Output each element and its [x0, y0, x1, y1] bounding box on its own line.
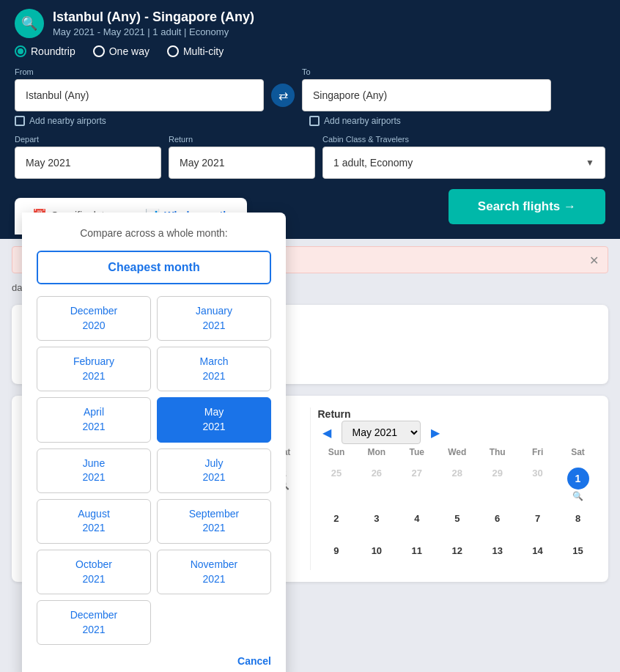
month-option-nov2021[interactable]: November2021: [157, 550, 271, 594]
return-cal-day-14[interactable]: 14: [519, 541, 556, 570]
return-cal-day-27[interactable]: 27: [398, 463, 435, 506]
return-cal-day-2[interactable]: 2: [318, 509, 355, 538]
depart-input[interactable]: [15, 147, 161, 179]
from-label: From: [15, 67, 264, 76]
month-grid: December2020 January2021 February2021 Ma…: [37, 296, 271, 645]
return-cal-day-10[interactable]: 10: [358, 541, 395, 570]
month-option-oct2021[interactable]: October2021: [37, 550, 151, 594]
return-cal-day-25[interactable]: 25: [318, 463, 355, 506]
return-cal-day-3[interactable]: 3: [358, 509, 395, 538]
month-option-jul2021[interactable]: July2021: [157, 448, 271, 493]
oneway-option[interactable]: One way: [93, 45, 150, 57]
trip-type-row: Roundtrip One way Multi-city: [15, 45, 605, 57]
month-option-feb2021[interactable]: February2021: [37, 347, 151, 391]
return-cal-header-wed: Wed: [438, 444, 476, 460]
return-cal-header-tue: Tue: [398, 444, 435, 460]
search-title: Istanbul (Any) - Singapore (Any): [53, 10, 254, 25]
return-cal-nav-row: Return ◀ May 2021 June 2021 ▶: [318, 407, 597, 444]
nearby-from-label: Add nearby airports: [29, 116, 106, 126]
return-cal-day-8[interactable]: 8: [559, 509, 597, 538]
return-group: Return: [169, 135, 315, 179]
cabin-group: Cabin Class & Travelers 1 adult, Economy…: [322, 135, 605, 179]
swap-button[interactable]: ⇄: [271, 84, 295, 107]
popup-cancel-row: Cancel: [37, 655, 271, 667]
from-group: From: [15, 67, 264, 111]
nearby-row: Add nearby airports Add nearby airports: [15, 116, 605, 126]
month-picker-popup: Compare across a whole month: Cheapest m…: [22, 213, 286, 672]
month-option-jun2021[interactable]: June2021: [37, 448, 151, 493]
popup-header: Compare across a whole month:: [37, 227, 271, 239]
return-calendar-grid: Sun Mon Tue Wed Thu Fri Sat 25 26 27 28 …: [318, 444, 597, 570]
roundtrip-radio-inner: [18, 48, 23, 54]
multicity-radio: [167, 45, 179, 57]
return-cal-day-29[interactable]: 29: [479, 463, 516, 506]
return-cal-day-4[interactable]: 4: [398, 509, 435, 538]
return-cal-day-13[interactable]: 13: [479, 541, 516, 570]
multicity-label: Multi-city: [183, 45, 224, 57]
return-input[interactable]: [169, 147, 315, 179]
month-option-sep2021[interactable]: September2021: [157, 499, 271, 544]
return-calendar: Return ◀ May 2021 June 2021 ▶ Sun Mon Tu…: [318, 407, 597, 570]
roundtrip-radio: [15, 45, 26, 57]
return-cal-prev-button[interactable]: ◀: [318, 424, 336, 441]
nearby-from-checkbox[interactable]: [15, 116, 25, 126]
return-cal-day-26[interactable]: 26: [358, 463, 395, 506]
from-to-row: From ⇄ To: [15, 67, 605, 111]
cal-divider: [310, 407, 311, 570]
depart-label: Depart: [15, 135, 161, 144]
oneway-label: One way: [109, 45, 150, 57]
return-cal-label: Return: [318, 408, 351, 420]
month-option-aug2021[interactable]: August2021: [37, 499, 151, 544]
nearby-to-check[interactable]: Add nearby airports: [309, 116, 558, 126]
return-cal-day-12[interactable]: 12: [438, 541, 476, 570]
month-option-may2021[interactable]: May2021: [157, 397, 271, 442]
roundtrip-option[interactable]: Roundtrip: [15, 45, 75, 57]
return-cal-header-fri: Fri: [519, 444, 556, 460]
month-option-jan2021[interactable]: January2021: [157, 296, 271, 341]
cabin-value: 1 adult, Economy: [333, 157, 413, 169]
to-input[interactable]: [302, 79, 551, 111]
cal-zoom-icon[interactable]: 🔍: [572, 491, 583, 501]
search-subtitle: May 2021 - May 2021 | 1 adult | Economy: [53, 26, 254, 37]
search-flights-label: Search flights →: [478, 199, 576, 214]
cheapest-month-button[interactable]: Cheapest month: [37, 251, 271, 284]
oneway-radio: [93, 45, 105, 57]
return-cal-day-5[interactable]: 5: [438, 509, 476, 538]
month-option-mar2021[interactable]: March2021: [157, 347, 271, 391]
from-input[interactable]: [15, 79, 264, 111]
search-flights-button[interactable]: Search flights →: [449, 189, 605, 224]
return-cal-next-button[interactable]: ▶: [427, 424, 444, 441]
to-group: To: [302, 67, 551, 111]
return-cal-header-mon: Mon: [358, 444, 395, 460]
month-option-dec2020[interactable]: December2020: [37, 296, 151, 341]
alert-close-button[interactable]: ✕: [589, 253, 599, 267]
return-cal-day-9[interactable]: 9: [318, 541, 355, 570]
return-cal-header-thu: Thu: [479, 444, 516, 460]
roundtrip-label: Roundtrip: [31, 45, 75, 57]
search-icon: 🔍: [15, 9, 44, 38]
search-title-row: 🔍 Istanbul (Any) - Singapore (Any) May 2…: [15, 9, 605, 38]
month-option-dec2021[interactable]: December2021: [37, 600, 151, 645]
cabin-chevron-icon: ▼: [586, 158, 594, 168]
month-option-apr2021[interactable]: April2021: [37, 397, 151, 442]
return-cal-day-7[interactable]: 7: [519, 509, 556, 538]
to-label: To: [302, 67, 551, 76]
return-month-select[interactable]: May 2021 June 2021: [342, 421, 421, 444]
return-cal-header-sat: Sat: [559, 444, 597, 460]
return-cal-day-15[interactable]: 15: [559, 541, 597, 570]
return-cal-day-30[interactable]: 30: [519, 463, 556, 506]
cabin-select[interactable]: 1 adult, Economy ▼: [322, 147, 605, 179]
return-cal-day-28[interactable]: 28: [438, 463, 476, 506]
multicity-option[interactable]: Multi-city: [167, 45, 224, 57]
return-cal-header-sun: Sun: [318, 444, 355, 460]
return-cal-nav: ◀ May 2021 June 2021 ▶: [318, 421, 597, 444]
return-cal-day-11[interactable]: 11: [398, 541, 435, 570]
depart-group: Depart: [15, 135, 161, 179]
cancel-button[interactable]: Cancel: [237, 655, 271, 667]
nearby-from-check[interactable]: Add nearby airports: [15, 116, 264, 126]
return-cal-day-6[interactable]: 6: [479, 509, 516, 538]
nearby-to-label: Add nearby airports: [324, 116, 401, 126]
return-label: Return: [169, 135, 315, 144]
return-cal-day-1[interactable]: 1 🔍: [559, 463, 597, 506]
nearby-to-checkbox[interactable]: [309, 116, 320, 126]
